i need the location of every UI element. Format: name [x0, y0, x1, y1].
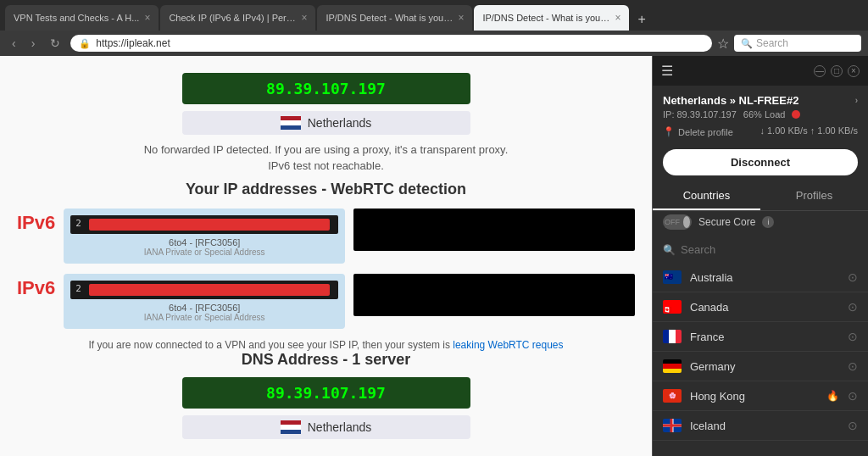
webrtc-row-1: IPv6 2 6to4 - [RFC3056] IANA Private or …: [17, 209, 635, 264]
nav-search-placeholder: Search: [756, 37, 788, 49]
country-name-germany: Germany: [690, 360, 839, 373]
forward-button[interactable]: ›: [26, 34, 41, 53]
tab-3-close[interactable]: ×: [458, 12, 464, 24]
secure-core-label: Secure Core: [698, 216, 755, 228]
tab-4-close[interactable]: ×: [615, 12, 620, 24]
country-item-canada[interactable]: 🇨🇦 Canada ⊙: [653, 292, 868, 322]
chevron-france: ⊙: [848, 330, 858, 343]
red-bar-1: [89, 219, 330, 231]
country-item-germany[interactable]: Germany ⊙: [653, 352, 868, 381]
bookmark-button[interactable]: ☆: [717, 36, 729, 52]
dns-country-name: Netherlands: [308, 420, 372, 434]
dns-title: DNS Address - 1 server: [17, 351, 635, 369]
country-name: Netherlands: [308, 116, 372, 130]
webrtc-cell-1: 2 6to4 - [RFC3056] IANA Private or Speci…: [64, 209, 345, 264]
toggle-knob: [683, 216, 690, 228]
dns-box: 89.39.107.197 Netherlands: [182, 377, 470, 439]
tab-2-label: Check IP (IPv6 & IPv4) | Perfect P...: [169, 13, 296, 23]
flag-germany: [663, 359, 682, 373]
country-item-france[interactable]: France ⊙: [653, 322, 868, 352]
vpn-maximize-button[interactable]: □: [831, 65, 843, 77]
chevron-iceland: ⊙: [848, 419, 858, 432]
vpn-speed-info: ↓ 1.00 KB/s ↑ 1.00 KB/s: [760, 125, 858, 136]
leak-warning: If you are now connected to a VPN and yo…: [17, 339, 635, 351]
vpn-country-list: 🇦🇺 Australia ⊙ 🇨🇦 Canada ⊙ France ⊙ Germ…: [653, 263, 868, 456]
tab-1-close[interactable]: ×: [144, 12, 150, 24]
vpn-delete-profile[interactable]: 📍 Delete profile: [663, 126, 733, 137]
ipv6-label-2: IPv6: [17, 277, 55, 299]
tab-countries[interactable]: Countries: [653, 182, 760, 210]
fire-icon-hongkong: 🔥: [826, 390, 839, 402]
vpn-search-bar: 🔍: [653, 236, 868, 263]
secure-core-info-icon[interactable]: i: [762, 216, 774, 228]
country-item-iceland[interactable]: Iceland ⊙: [653, 411, 868, 441]
dns-netherlands-flag: [281, 420, 301, 434]
chevron-germany: ⊙: [848, 359, 858, 373]
toggle-label: OFF: [665, 218, 680, 226]
ipv6-label-1: IPv6: [17, 212, 55, 234]
vpn-search-input[interactable]: [681, 243, 858, 256]
tab-2-close[interactable]: ×: [301, 12, 307, 24]
secure-core-toggle[interactable]: OFF: [663, 214, 692, 230]
vpn-load-indicator: [792, 110, 800, 119]
address-bar[interactable]: 🔒 https://ipleak.net: [70, 35, 712, 52]
delete-label: Delete profile: [678, 127, 733, 137]
tab-4[interactable]: IP/DNS Detect - What is your ... ×: [474, 5, 629, 31]
tab-3[interactable]: IP/DNS Detect - What is your ... ×: [317, 5, 472, 31]
chevron-hongkong: ⊙: [848, 389, 858, 403]
ipv6-test-text: IPv6 test not reachable.: [17, 159, 635, 172]
webrtc-sublabel-2: IANA Private or Special Address: [70, 313, 338, 322]
tab-2[interactable]: Check IP (IPv6 & IPv4) | Perfect P... ×: [160, 5, 315, 31]
tab-1[interactable]: VPN Tests and Checks - A H... ×: [5, 5, 159, 31]
webrtc-sublabel-1: IANA Private or Special Address: [70, 247, 338, 257]
country-name-iceland: Iceland: [690, 420, 839, 432]
speed-down: ↓ 1.00 KB/s: [760, 125, 807, 136]
tab-profiles[interactable]: Profiles: [760, 182, 868, 210]
flag-canada: 🇨🇦: [663, 300, 682, 314]
vpn-close-button[interactable]: ×: [848, 65, 860, 77]
back-button[interactable]: ‹: [7, 34, 21, 53]
webrtc-black-1: [353, 209, 635, 251]
webrtc-ip-bar-2: 2: [70, 281, 338, 299]
vpn-server-name: Netherlands » NL-FREE#2: [663, 94, 798, 107]
tab-1-label: VPN Tests and Checks - A H...: [14, 13, 139, 23]
chevron-canada: ⊙: [848, 300, 858, 314]
reload-button[interactable]: ↻: [45, 34, 65, 53]
vpn-panel: ☰ — □ × Netherlands » NL-FREE#2 › IP: 89…: [652, 56, 868, 456]
netherlands-flag: [281, 116, 301, 130]
flag-france: [663, 330, 682, 343]
dns-ip-box: 89.39.107.197: [182, 377, 470, 409]
pin-icon: 📍: [663, 126, 675, 137]
tab-bar: VPN Tests and Checks - A H... × Check IP…: [0, 0, 868, 31]
country-name-france: France: [690, 331, 839, 343]
flag-australia: 🇦🇺: [663, 270, 682, 284]
webrtc-cell-2: 2 6to4 - [RFC3056] IANA Private or Speci…: [64, 274, 345, 329]
webrtc-label-1: 6to4 - [RFC3056]: [70, 237, 338, 247]
secure-core-section: OFF Secure Core i: [653, 211, 868, 236]
webrtc-row-2: IPv6 2 6to4 - [RFC3056] IANA Private or …: [17, 274, 635, 329]
url-text: https://ipleak.net: [96, 37, 170, 49]
country-item-hongkong[interactable]: 🌸 Hong Kong 🔥 ⊙: [653, 381, 868, 411]
disconnect-button[interactable]: Disconnect: [663, 149, 858, 175]
search-icon: 🔍: [741, 38, 753, 49]
webrtc-title: Your IP addresses - WebRTC detection: [17, 181, 635, 198]
vpn-menu-button[interactable]: ☰: [661, 63, 673, 79]
dns-country-box: Netherlands: [182, 415, 470, 439]
country-item-australia[interactable]: 🇦🇺 Australia ⊙: [653, 263, 868, 292]
vpn-ip-line: IP: 89.39.107.197 66% Load: [663, 109, 858, 120]
detected-ip: 89.39.107.197: [199, 80, 453, 97]
vpn-arrow-icon: ›: [855, 96, 858, 105]
nav-search-box[interactable]: 🔍 Search: [734, 35, 861, 52]
chevron-australia: ⊙: [848, 270, 858, 284]
content-area: 89.39.107.197 Netherlands No forwarded I…: [0, 56, 868, 456]
new-tab-button[interactable]: +: [631, 8, 652, 31]
leak-link[interactable]: leaking WebRTC reques: [453, 339, 563, 351]
webpage: 89.39.107.197 Netherlands No forwarded I…: [0, 56, 652, 456]
vpn-tabs: Countries Profiles: [653, 182, 868, 211]
country-name-canada: Canada: [690, 301, 839, 314]
ip-display-box: 89.39.107.197: [182, 73, 470, 104]
lock-icon: 🔒: [79, 38, 91, 49]
speed-up: ↑ 1.00 KB/s: [810, 125, 858, 136]
vpn-minimize-button[interactable]: —: [814, 65, 826, 77]
tab-3-label: IP/DNS Detect - What is your ...: [326, 13, 453, 23]
